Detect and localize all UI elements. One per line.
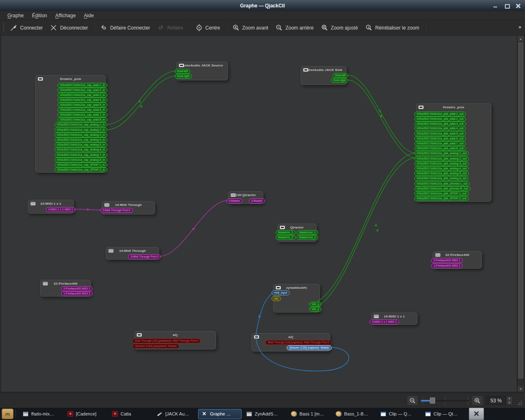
- port[interactable]: 0:MIDI 1 x 1 MIDI 1: [46, 207, 75, 212]
- node-pulseaudio-jack-source[interactable]: PulseAudio JACK Sourcefront-leftfront-ri…: [176, 62, 228, 80]
- node-qtractor-jack[interactable]: QtractorMaster/in_1Master/in_2Master/out…: [277, 224, 317, 242]
- port[interactable]: Midi Through [14] (playback): Midi Throu…: [132, 338, 201, 343]
- port[interactable]: 000a35017eb9c2ca_cap_adat-8_in: [57, 117, 107, 122]
- zoom-percent-spinbox[interactable]: 53 % ▲ ▼: [486, 396, 513, 405]
- statusbar-zoom-out-button[interactable]: [407, 395, 418, 406]
- task-jack-audio[interactable]: [JACK Au…: [153, 409, 197, 419]
- node-midi-through-bottom[interactable]: 14:Midi Through0:Midi Through Port-0: [106, 247, 159, 260]
- slider-handle[interactable]: [430, 397, 435, 404]
- node-midi-1x1-left[interactable]: 24:MIDI 1 x 10:MIDI 1 x 1 MIDI 1: [28, 200, 74, 214]
- port[interactable]: 000a35017eb9c2ca_cap_analog-4_in: [55, 137, 107, 142]
- node-qtractor-alsa[interactable]: 130:Qtractor0:Master0:Master: [228, 191, 263, 204]
- connection-edge[interactable]: [74, 209, 102, 210]
- port[interactable]: 000a35017eb9c2ca_pbk_SPDIF-2_out: [414, 196, 469, 201]
- port[interactable]: Master/out_2: [297, 235, 318, 240]
- port[interactable]: 000a35017eb9c2ca_cap_adat-1_in: [57, 83, 107, 88]
- connection-edge[interactable]: [107, 71, 176, 124]
- port[interactable]: front-left: [175, 69, 190, 74]
- task-zynaddsubfx[interactable]: ZynAddS…: [243, 409, 286, 419]
- port[interactable]: 000a35017eb9c2ca_pbk_adat-8_out: [414, 146, 466, 151]
- port[interactable]: 000a35017eb9c2ca_pbk_adat-4_out: [414, 126, 466, 131]
- node-a2j-left[interactable]: a2jMidi Through [14] (playback): Midi Th…: [134, 331, 216, 349]
- node-firewire-pcm-playback[interactable]: firewire_pcm000a35017eb9c2ca_pbk_adat-1_…: [416, 103, 491, 202]
- port[interactable]: osc: [272, 296, 281, 301]
- port[interactable]: Master/in_1: [276, 230, 296, 235]
- port[interactable]: Master/out_1: [297, 230, 318, 235]
- port[interactable]: 000a35017eb9c2ca_cap_analog-6_in: [55, 147, 107, 152]
- zoom-spin-up-icon[interactable]: ▲: [507, 396, 512, 401]
- port[interactable]: Master/in_2: [276, 235, 296, 240]
- port[interactable]: 000a35017eb9c2ca_pbk_analog-6_out: [414, 176, 469, 181]
- launcher-screen-icon[interactable]: [0]: [2, 409, 14, 419]
- port[interactable]: 000a35017eb9c2ca_cap_adat-6_in: [57, 107, 107, 112]
- node-zynaddsubfx[interactable]: zynaddsubfxmidi_inputoscout_1out_2: [273, 284, 320, 313]
- tray-jack-x-button[interactable]: ✕: [469, 408, 484, 420]
- port[interactable]: 000a35017eb9c2ca_cap_analog-1_in: [55, 122, 107, 127]
- port[interactable]: 000a35017eb9c2ca_pbk_analog-2_out: [414, 156, 469, 161]
- port[interactable]: 0:Fireface400 MIDI 1: [61, 286, 93, 291]
- port[interactable]: 000a35017eb9c2ca_pbk_phones-L_out: [414, 181, 470, 186]
- port[interactable]: 000a35017eb9c2ca_pbk_adat-5_out: [414, 131, 466, 136]
- task-catia[interactable]: Catia: [109, 409, 152, 419]
- port[interactable]: 000a35017eb9c2ca_cap_adat-5_in: [57, 103, 107, 107]
- port[interactable]: 000a35017eb9c2ca_cap_adat-2_in: [57, 88, 107, 93]
- port[interactable]: 0:MIDI 1 x 1 MIDI 1: [370, 320, 399, 324]
- node-fireface400-right[interactable]: 32:Fireface4000:Fireface400 MIDI 11:Fire…: [433, 251, 482, 269]
- port[interactable]: 000a35017eb9c2ca_cap_adat-7_in: [57, 112, 107, 117]
- port[interactable]: 000a35017eb9c2ca_cap_analog-2_in: [55, 128, 107, 132]
- node-pulseaudio-jack-sink[interactable]: PulseAudio JACK Sinkfront-leftfront-righ…: [301, 66, 347, 85]
- task-cadence[interactable]: [Cadence]: [64, 409, 107, 419]
- port[interactable]: out_1: [309, 302, 322, 307]
- port[interactable]: 000a35017eb9c2ca_cap_SPDIF-1_in: [55, 162, 107, 167]
- port[interactable]: Qtractor [130] (playback): Master: [132, 344, 179, 349]
- statusbar-zoom-in-button[interactable]: [472, 395, 483, 406]
- port[interactable]: front-right: [331, 78, 348, 83]
- zoom-spin-down-icon[interactable]: ▼: [507, 401, 512, 405]
- port[interactable]: 000a35017eb9c2ca_pbk_analog-3_out: [414, 161, 469, 166]
- port[interactable]: front-right: [175, 74, 192, 79]
- node-firewire-pcm-capture[interactable]: firewire_pcm000a35017eb9c2ca_cap_adat-1_…: [35, 75, 106, 173]
- port[interactable]: 0:Master: [249, 199, 265, 203]
- port[interactable]: 0:Fireface400 MIDI 1: [431, 258, 463, 263]
- task-clip-q[interactable]: Clip — Q…: [377, 409, 420, 419]
- connection-edge[interactable]: [308, 158, 416, 309]
- port[interactable]: 0:Midi Through Port-0: [128, 254, 161, 259]
- port[interactable]: 000a35017eb9c2ca_pbk_analog-1_out: [414, 151, 469, 156]
- node-midi-1x1-right[interactable]: 24:MIDI 1 x 10:MIDI 1 x 1 MIDI 1: [371, 313, 418, 325]
- task-bass1[interactable]: Bass 1 [m…: [288, 409, 331, 419]
- port[interactable]: 000a35017eb9c2ca_cap_adat-3_in: [57, 93, 107, 98]
- port[interactable]: 0:Midi Through Port-0: [100, 208, 133, 213]
- task-clip-qt[interactable]: Clip — Qt…: [422, 409, 465, 419]
- port[interactable]: 000a35017eb9c2ca_cap_adat-4_in: [57, 98, 107, 103]
- port[interactable]: 000a35017eb9c2ca_pbk_analog-4_out: [414, 166, 469, 171]
- connection-edge[interactable]: [107, 76, 176, 130]
- port[interactable]: 000a35017eb9c2ca_cap_analog-7_in: [55, 153, 107, 158]
- port[interactable]: out_2: [309, 307, 322, 312]
- connection-edge[interactable]: [159, 201, 228, 256]
- port[interactable]: 0:Master: [226, 199, 242, 203]
- port[interactable]: Qtractor [130] (capture): Master: [287, 345, 332, 350]
- port[interactable]: 000a35017eb9c2ca_cap_analog-3_in: [55, 132, 107, 137]
- port[interactable]: 000a35017eb9c2ca_pbk_adat-2_out: [414, 116, 466, 121]
- node-midi-through-top[interactable]: 14:Midi Through0:Midi Through Port-0: [102, 201, 155, 215]
- task-ffado-mixer[interactable]: ffado-mix…: [19, 409, 63, 419]
- port[interactable]: 000a35017eb9c2ca_cap_analog-8_in: [55, 158, 107, 162]
- resize-grip[interactable]: [517, 400, 523, 406]
- node-fireface400-left[interactable]: 32:Fireface4000:Fireface400 MIDI 11:Fire…: [40, 280, 91, 297]
- connection-edge[interactable]: [348, 80, 416, 158]
- port[interactable]: 000a35017eb9c2ca_cap_SPDIF-2_in: [55, 167, 107, 172]
- port[interactable]: 1:Fireface400 MIDI 2: [61, 291, 93, 296]
- connection-edge[interactable]: [308, 153, 416, 304]
- connection-edge[interactable]: [348, 75, 416, 153]
- port[interactable]: front-left: [333, 73, 348, 78]
- port[interactable]: 000a35017eb9c2ca_pbk_adat-6_out: [414, 136, 466, 141]
- port[interactable]: 1:Fireface400 MIDI 2: [431, 263, 463, 268]
- zoom-slider[interactable]: [421, 396, 469, 405]
- task-graphe-qjackctl[interactable]: ×Graphe …: [198, 409, 242, 419]
- task-bass1b[interactable]: Bass_1-B…: [332, 409, 376, 419]
- node-a2j-right[interactable]: a2jMidi Through [14] (capture): Midi Thr…: [251, 333, 330, 352]
- port[interactable]: 000a35017eb9c2ca_pbk_SPDIF-1_out: [414, 191, 469, 196]
- port[interactable]: Midi Through [14] (capture): Midi Throug…: [265, 340, 332, 345]
- port[interactable]: 000a35017eb9c2ca_pbk_adat-7_out: [414, 141, 466, 146]
- port[interactable]: 000a35017eb9c2ca_pbk_phones-R_out: [414, 186, 470, 191]
